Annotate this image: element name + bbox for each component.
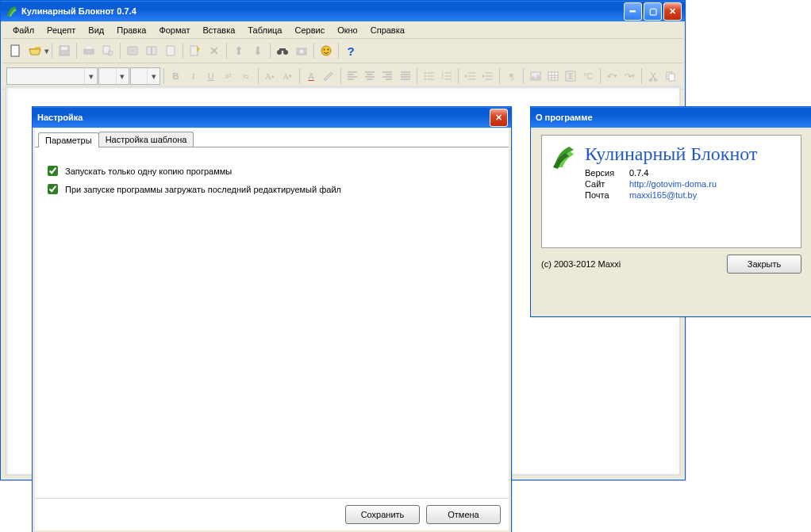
cut-icon[interactable] bbox=[645, 67, 662, 86]
font-size-combo[interactable]: ▾ bbox=[98, 67, 129, 85]
about-mail-label: Почта bbox=[585, 190, 629, 200]
save-button[interactable]: Сохранить bbox=[345, 505, 420, 524]
align-left-icon[interactable] bbox=[344, 67, 361, 86]
about-version: 0.7.4 bbox=[629, 168, 791, 178]
menu-help[interactable]: Справка bbox=[364, 24, 411, 36]
undo-icon[interactable]: ↶ ▾ bbox=[604, 67, 621, 86]
outdent-icon[interactable] bbox=[462, 67, 479, 86]
align-justify-icon[interactable] bbox=[397, 67, 413, 86]
svg-rect-7 bbox=[128, 47, 137, 55]
delete-icon[interactable]: ✕ bbox=[205, 41, 224, 60]
save-icon[interactable] bbox=[55, 41, 74, 60]
menu-window[interactable]: Окно bbox=[331, 24, 364, 36]
menu-edit[interactable]: Правка bbox=[110, 24, 152, 36]
settings-titlebar[interactable]: Настройка ✕ bbox=[33, 107, 511, 128]
menu-service[interactable]: Сервис bbox=[289, 24, 332, 36]
svg-rect-8 bbox=[167, 46, 175, 55]
main-titlebar[interactable]: Кулинарный Блокнот 0.7.4 ━ ▢ ✕ bbox=[1, 1, 685, 21]
menu-format[interactable]: Формат bbox=[152, 24, 196, 36]
insert-table-icon[interactable] bbox=[544, 67, 561, 86]
paragraph-icon[interactable]: ¶ bbox=[503, 67, 520, 86]
option-load-last-file-checkbox[interactable] bbox=[48, 184, 58, 194]
main-title: Кулинарный Блокнот 0.7.4 bbox=[21, 6, 622, 16]
open-book-icon[interactable] bbox=[142, 41, 161, 60]
svg-point-16 bbox=[324, 49, 325, 51]
insert-image-icon[interactable] bbox=[527, 67, 544, 86]
open-icon[interactable] bbox=[25, 41, 44, 60]
font-color-icon[interactable]: A bbox=[303, 67, 320, 86]
new-icon[interactable] bbox=[6, 41, 25, 60]
svg-rect-5 bbox=[103, 46, 110, 54]
maximize-button[interactable]: ▢ bbox=[644, 2, 662, 21]
settings-buttons: Сохранить Отмена bbox=[35, 498, 509, 530]
superscript-icon[interactable]: x² bbox=[220, 67, 236, 86]
camera-icon[interactable] bbox=[292, 41, 311, 60]
about-site-link[interactable]: http://gotovim-doma.ru bbox=[629, 179, 791, 189]
about-copyright: (c) 2003-2012 Maxxi bbox=[541, 259, 621, 269]
svg-point-19 bbox=[425, 75, 426, 77]
italic-icon[interactable]: I bbox=[185, 67, 202, 86]
underline-icon[interactable]: U bbox=[202, 67, 219, 86]
about-titlebar[interactable]: О программе bbox=[531, 107, 811, 128]
align-center-icon[interactable] bbox=[362, 67, 379, 86]
about-close-button[interactable]: Закрыть bbox=[727, 255, 801, 274]
svg-point-15 bbox=[321, 46, 331, 55]
tab-template[interactable]: Настройка шаблона bbox=[98, 132, 194, 147]
indent-icon[interactable] bbox=[479, 67, 496, 86]
option-single-instance[interactable]: Запускать только одну копию программы bbox=[44, 163, 499, 178]
svg-rect-24 bbox=[548, 72, 558, 80]
svg-rect-3 bbox=[84, 49, 94, 54]
copy-icon[interactable] bbox=[663, 67, 679, 86]
app-leek-icon bbox=[6, 5, 18, 17]
print-preview-icon[interactable] bbox=[98, 41, 117, 60]
option-single-instance-checkbox[interactable] bbox=[48, 166, 58, 176]
help-icon[interactable]: ? bbox=[341, 41, 360, 60]
arrow-up-icon[interactable]: ⬆ bbox=[229, 41, 248, 60]
menu-insert[interactable]: Вставка bbox=[196, 24, 241, 36]
binoculars-icon[interactable] bbox=[273, 41, 292, 60]
svg-point-17 bbox=[328, 49, 329, 51]
close-button[interactable]: ✕ bbox=[663, 2, 682, 21]
edit-icon[interactable] bbox=[186, 41, 205, 60]
svg-rect-12 bbox=[279, 48, 286, 51]
tab-parameters[interactable]: Параметры bbox=[38, 132, 99, 147]
highlight-icon[interactable] bbox=[321, 67, 337, 86]
svg-rect-9 bbox=[190, 46, 198, 55]
insert-symbol-icon[interactable] bbox=[563, 67, 579, 86]
style-combo[interactable]: ▾ bbox=[130, 67, 161, 85]
smiley-icon[interactable] bbox=[317, 41, 336, 60]
print-icon[interactable] bbox=[79, 41, 98, 60]
svg-rect-0 bbox=[11, 45, 19, 56]
page-icon[interactable] bbox=[161, 41, 180, 60]
list-number-icon[interactable]: 12 bbox=[438, 67, 455, 86]
svg-rect-29 bbox=[669, 74, 675, 81]
about-version-label: Версия bbox=[585, 168, 629, 178]
menu-view[interactable]: Вид bbox=[82, 24, 110, 36]
subscript-icon[interactable]: x₂ bbox=[237, 67, 254, 86]
svg-point-18 bbox=[425, 72, 426, 74]
align-right-icon[interactable] bbox=[379, 67, 396, 86]
option-load-last-file[interactable]: При запуске программы загружать последни… bbox=[44, 182, 499, 197]
font-decrease-icon[interactable]: A▾ bbox=[279, 67, 296, 86]
list-bullet-icon[interactable] bbox=[421, 67, 437, 86]
menu-file[interactable]: Файл bbox=[6, 24, 40, 36]
app-leek-icon bbox=[552, 144, 577, 169]
cancel-button[interactable]: Отмена bbox=[426, 505, 501, 524]
bold-icon[interactable]: B bbox=[167, 67, 184, 86]
font-family-combo[interactable]: ▾ bbox=[6, 67, 98, 85]
minimize-button[interactable]: ━ bbox=[624, 2, 642, 21]
about-mail-link[interactable]: maxxi165@tut.by bbox=[629, 190, 791, 200]
menu-recipe[interactable]: Рецепт bbox=[40, 24, 82, 36]
redo-icon[interactable]: ↷ ▾ bbox=[621, 67, 638, 86]
menu-table[interactable]: Таблица bbox=[241, 24, 288, 36]
settings-tabs: Параметры Настройка шаблона bbox=[35, 128, 509, 147]
svg-point-14 bbox=[300, 50, 304, 54]
tab-page-parameters: Запускать только одну копию программы Пр… bbox=[35, 147, 509, 498]
arrow-down-icon[interactable]: ⬇ bbox=[248, 41, 267, 60]
book-icon[interactable] bbox=[123, 41, 142, 60]
settings-close-button[interactable]: ✕ bbox=[490, 109, 508, 127]
about-dialog: О программе Кулинарный Блокнот Версия 0.… bbox=[530, 106, 811, 317]
temperature-icon[interactable]: °C bbox=[580, 67, 597, 86]
menubar: Файл Рецепт Вид Правка Формат Вставка Та… bbox=[3, 22, 682, 39]
font-increase-icon[interactable]: A▴ bbox=[261, 67, 278, 86]
